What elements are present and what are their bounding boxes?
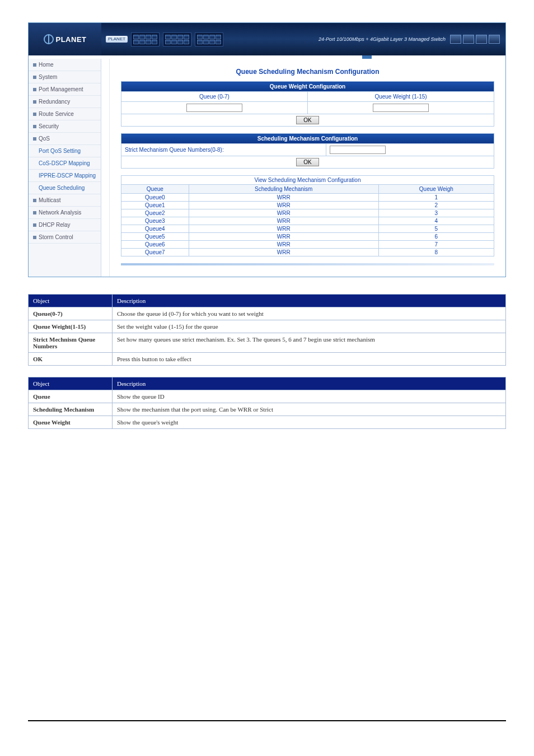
sidebar-item-label: QoS — [39, 136, 50, 142]
cell: Queue1 — [121, 202, 189, 209]
cell: Queue6 — [121, 241, 189, 249]
sidebar-item-cos-dscp-mapping[interactable]: CoS-DSCP Mapping — [29, 157, 101, 170]
device-header: PLANET PLANET 24-Port 10/100Mbps + 4Giga… — [29, 23, 505, 55]
info-table-1: Object Description Queue(0-7)Choose the … — [28, 294, 506, 366]
footer-rule — [28, 720, 506, 721]
description-cell: Set how many queues use strict mechanism… — [113, 333, 506, 353]
sidebar-item-security[interactable]: Security — [29, 120, 101, 133]
sidebar-item-redundancy[interactable]: Redundancy — [29, 96, 101, 108]
sidebar-item-ippre-dscp-mapping[interactable]: IPPRE-DSCP Mapping — [29, 170, 101, 182]
cell: Queue7 — [121, 249, 189, 256]
table-row: Scheduling MechanismShow the mechanism t… — [29, 403, 506, 416]
sidebar-item-label: Home — [39, 62, 54, 68]
weight-col-label: Queue Weight (1-15) — [308, 92, 494, 102]
info1-head-desc: Description — [113, 295, 506, 307]
view-col-queue: Queue — [121, 185, 189, 194]
sched-mech-header: Scheduling Mechanism Configuration — [121, 134, 494, 144]
cell: 1 — [378, 194, 494, 202]
table-row: Queue0WRR1 — [121, 194, 494, 202]
table-row: Queue Weight(1-15)Set the weight value (… — [29, 320, 506, 333]
table-row: QueueShow the queue ID — [29, 390, 506, 403]
table-row: Queue1WRR2 — [121, 202, 494, 209]
cell: Queue3 — [121, 217, 189, 225]
strict-queue-label: Strict Mechanism Queue Numbers(0-8): — [121, 144, 326, 156]
table-row: Strict Mechnism Queue NumbersSet how man… — [29, 333, 506, 353]
object-cell: Queue(0-7) — [29, 307, 113, 320]
object-cell: Queue — [29, 390, 113, 403]
description-cell: Set the weight value (1-15) for the queu… — [113, 320, 506, 333]
table-row: Queue6WRR7 — [121, 241, 494, 249]
sidebar-item-home[interactable]: Home — [29, 59, 101, 71]
description-cell: Show the queue's weight — [113, 416, 506, 429]
sidebar-item-label: Port QoS Setting — [39, 148, 81, 154]
view-sched-title: View Scheduling Mechanism Configuration — [121, 175, 494, 184]
cell: WRR — [189, 233, 378, 241]
table-row: Queue3WRR4 — [121, 217, 494, 225]
object-cell: Strict Mechnism Queue Numbers — [29, 333, 113, 353]
object-cell: Queue Weight — [29, 416, 113, 429]
cell: 6 — [378, 233, 494, 241]
info2-head-obj: Object — [29, 377, 113, 390]
queue-weight-header: Queue Weight Configuration — [121, 82, 494, 92]
sidebar-item-label: Security — [39, 123, 59, 129]
sidebar-item-qos[interactable]: QoS — [29, 133, 101, 145]
device-front-panel: PLANET — [101, 32, 228, 46]
sidebar-item-queue-scheduling[interactable]: Queue Scheduling — [29, 182, 101, 194]
sidebar-item-label: Redundancy — [39, 99, 70, 105]
table-row: Queue7WRR8 — [121, 249, 494, 256]
table-row: Queue(0-7)Choose the queue id (0-7) for … — [29, 307, 506, 320]
page-title: Queue Scheduling Mechanism Configuration — [121, 68, 494, 76]
sidebar-item-port-qos-setting[interactable]: Port QoS Setting — [29, 145, 101, 157]
sidebar-item-route-service[interactable]: Route Service — [29, 108, 101, 120]
sidebar-item-port-management[interactable]: Port Management — [29, 83, 101, 96]
sfp-ports — [450, 35, 500, 44]
sidebar-item-label: CoS-DSCP Mapping — [39, 160, 90, 166]
cell: WRR — [189, 202, 378, 209]
info2-head-desc: Description — [113, 377, 506, 390]
sidebar-item-label: Route Service — [39, 111, 74, 117]
cell: Queue0 — [121, 194, 189, 202]
sched-ok-button[interactable]: OK — [296, 158, 318, 166]
sidebar-item-network-analysis[interactable]: Network Analysis — [29, 207, 101, 219]
brand-logo: PLANET — [29, 23, 101, 55]
port-bank-3 — [195, 32, 223, 46]
scheduling-mechanism-config-table: Scheduling Mechanism Configuration Stric… — [121, 133, 494, 169]
object-cell: Scheduling Mechanism — [29, 403, 113, 416]
sidebar-nav: HomeSystemPort ManagementRedundancyRoute… — [29, 59, 101, 277]
sidebar-item-label: IPPRE-DSCP Mapping — [39, 172, 96, 179]
cell: WRR — [189, 209, 378, 217]
sidebar-item-storm-control[interactable]: Storm Control — [29, 231, 101, 244]
brand-text: PLANET — [56, 35, 87, 44]
table-row: Queue2WRR3 — [121, 209, 494, 217]
sidebar-item-label: Network Analysis — [39, 209, 81, 216]
sidebar-item-label: Storm Control — [39, 234, 73, 240]
view-col-weight: Queue Weigh — [378, 185, 494, 194]
cell: 2 — [378, 202, 494, 209]
table-row: OKPress this button to take effect — [29, 353, 506, 366]
strict-queue-input[interactable] — [330, 146, 386, 154]
cell: WRR — [189, 249, 378, 256]
cell: 4 — [378, 217, 494, 225]
main-content: Queue Scheduling Mechanism Configuration… — [110, 59, 505, 277]
queue-col-label: Queue (0-7) — [121, 92, 308, 102]
device-model-label: PLANET — [106, 36, 128, 43]
sidebar-item-system[interactable]: System — [29, 71, 101, 83]
object-cell: OK — [29, 353, 113, 366]
cell: Queue2 — [121, 209, 189, 217]
sidebar-item-label: Multicast — [39, 197, 60, 203]
queue-weight-input[interactable] — [373, 104, 429, 112]
cell: Queue5 — [121, 233, 189, 241]
cell: WRR — [189, 217, 378, 225]
cell: WRR — [189, 225, 378, 233]
device-tagline: 24-Port 10/100Mbps + 4Gigabit Layer 3 Ma… — [318, 36, 446, 42]
port-bank-1 — [131, 32, 160, 46]
weight-ok-button[interactable]: OK — [296, 116, 318, 124]
cell: 7 — [378, 241, 494, 249]
view-col-mech: Scheduling Mechanism — [189, 185, 378, 194]
sidebar-item-multicast[interactable]: Multicast — [29, 194, 101, 207]
cell: 5 — [378, 225, 494, 233]
cell: WRR — [189, 241, 378, 249]
queue-id-input[interactable] — [186, 104, 242, 112]
sidebar-item-dhcp-relay[interactable]: DHCP Relay — [29, 219, 101, 231]
app-window: PLANET PLANET 24-Port 10/100Mbps + 4Giga… — [28, 22, 506, 277]
